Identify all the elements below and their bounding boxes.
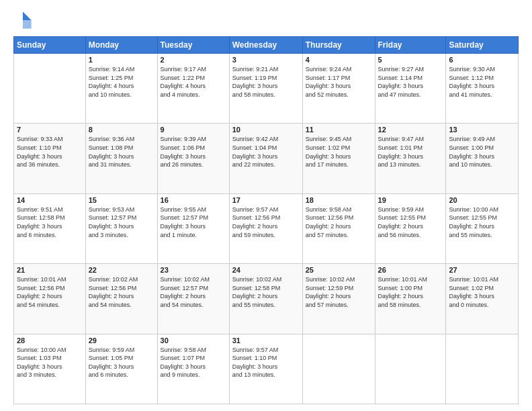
day-cell: 18Sunrise: 9:58 AM Sunset: 12:56 PM Dayl…: [302, 193, 375, 263]
header-day-friday: Friday: [375, 37, 446, 54]
day-info: Sunrise: 9:27 AM Sunset: 1:14 PM Dayligh…: [378, 65, 443, 99]
day-info: Sunrise: 9:59 AM Sunset: 1:05 PM Dayligh…: [89, 346, 154, 379]
header-day-monday: Monday: [85, 37, 157, 54]
day-cell: 20Sunrise: 10:00 AM Sunset: 12:55 PM Day…: [446, 193, 519, 263]
day-info: Sunrise: 10:02 AM Sunset: 12:56 PM Dayli…: [89, 275, 154, 309]
day-cell: 2Sunrise: 9:17 AM Sunset: 1:22 PM Daylig…: [157, 54, 229, 124]
day-number: 22: [89, 266, 154, 274]
day-number: 13: [449, 126, 515, 134]
day-cell: 8Sunrise: 9:36 AM Sunset: 1:08 PM Daylig…: [85, 124, 157, 193]
day-number: 16: [161, 196, 226, 204]
day-cell: 14Sunrise: 9:51 AM Sunset: 12:58 PM Dayl…: [14, 193, 86, 263]
day-cell: 4Sunrise: 9:24 AM Sunset: 1:17 PM Daylig…: [302, 54, 375, 124]
day-number: 1: [89, 56, 154, 64]
day-cell: 23Sunrise: 10:02 AM Sunset: 12:57 PM Day…: [157, 264, 229, 334]
day-info: Sunrise: 9:59 AM Sunset: 12:55 PM Daylig…: [378, 205, 443, 239]
day-cell: 16Sunrise: 9:55 AM Sunset: 12:57 PM Dayl…: [157, 193, 229, 263]
day-number: 26: [378, 266, 443, 274]
day-number: 31: [232, 336, 300, 345]
day-number: 5: [378, 56, 443, 64]
day-cell: 15Sunrise: 9:53 AM Sunset: 12:57 PM Dayl…: [85, 193, 157, 263]
day-info: Sunrise: 9:14 AM Sunset: 1:25 PM Dayligh…: [89, 65, 154, 99]
calendar-header: SundayMondayTuesdayWednesdayThursdayFrid…: [14, 37, 519, 54]
header-day-sunday: Sunday: [14, 37, 86, 54]
day-cell: 6Sunrise: 9:30 AM Sunset: 1:12 PM Daylig…: [446, 54, 519, 124]
day-number: 7: [17, 126, 83, 134]
day-cell: 12Sunrise: 9:47 AM Sunset: 1:01 PM Dayli…: [375, 124, 446, 193]
day-number: 28: [17, 336, 83, 345]
day-info: Sunrise: 10:01 AM Sunset: 1:02 PM Daylig…: [449, 275, 515, 309]
day-number: 4: [306, 56, 372, 64]
day-cell: 21Sunrise: 10:01 AM Sunset: 12:56 PM Day…: [14, 264, 86, 334]
day-number: 10: [232, 126, 300, 134]
day-cell: 13Sunrise: 9:49 AM Sunset: 1:00 PM Dayli…: [446, 124, 519, 193]
day-cell: 27Sunrise: 10:01 AM Sunset: 1:02 PM Dayl…: [446, 264, 519, 334]
day-info: Sunrise: 9:57 AM Sunset: 12:56 PM Daylig…: [232, 205, 300, 239]
day-number: 9: [161, 126, 226, 134]
day-cell: 19Sunrise: 9:59 AM Sunset: 12:55 PM Dayl…: [375, 193, 446, 263]
day-info: Sunrise: 9:47 AM Sunset: 1:01 PM Dayligh…: [378, 135, 443, 169]
day-number: 15: [89, 196, 154, 204]
day-number: 20: [449, 196, 515, 204]
header-day-wednesday: Wednesday: [229, 37, 302, 54]
day-info: Sunrise: 10:02 AM Sunset: 12:57 PM Dayli…: [161, 275, 226, 309]
day-cell: 10Sunrise: 9:42 AM Sunset: 1:04 PM Dayli…: [229, 124, 302, 193]
day-info: Sunrise: 9:17 AM Sunset: 1:22 PM Dayligh…: [161, 65, 226, 99]
day-info: Sunrise: 10:02 AM Sunset: 12:58 PM Dayli…: [232, 275, 300, 309]
day-cell: 31Sunrise: 9:57 AM Sunset: 1:10 PM Dayli…: [229, 334, 302, 404]
week-row-5: 28Sunrise: 10:00 AM Sunset: 1:03 PM Dayl…: [14, 334, 519, 404]
header-day-tuesday: Tuesday: [157, 37, 229, 54]
day-cell: [14, 54, 86, 124]
day-number: 25: [306, 266, 372, 274]
day-info: Sunrise: 9:51 AM Sunset: 12:58 PM Daylig…: [17, 205, 83, 239]
day-info: Sunrise: 9:58 AM Sunset: 12:56 PM Daylig…: [306, 205, 372, 239]
day-number: 3: [232, 56, 300, 64]
svg-marker-1: [23, 20, 32, 29]
logo-icon: [13, 11, 32, 30]
week-row-2: 7Sunrise: 9:33 AM Sunset: 1:10 PM Daylig…: [14, 124, 519, 193]
page: SundayMondayTuesdayWednesdayThursdayFrid…: [0, 0, 532, 411]
week-row-1: 1Sunrise: 9:14 AM Sunset: 1:25 PM Daylig…: [14, 54, 519, 124]
day-cell: 5Sunrise: 9:27 AM Sunset: 1:14 PM Daylig…: [375, 54, 446, 124]
calendar-body: 1Sunrise: 9:14 AM Sunset: 1:25 PM Daylig…: [14, 54, 519, 404]
day-cell: [446, 334, 519, 404]
day-info: Sunrise: 9:45 AM Sunset: 1:02 PM Dayligh…: [306, 135, 372, 169]
day-number: 18: [306, 196, 372, 204]
day-number: 21: [17, 266, 83, 274]
day-number: 27: [449, 266, 515, 274]
header-day-saturday: Saturday: [446, 37, 519, 54]
day-cell: 25Sunrise: 10:02 AM Sunset: 12:59 PM Day…: [302, 264, 375, 334]
day-info: Sunrise: 9:57 AM Sunset: 1:10 PM Dayligh…: [232, 346, 300, 379]
day-info: Sunrise: 10:01 AM Sunset: 12:56 PM Dayli…: [17, 275, 83, 309]
day-info: Sunrise: 9:53 AM Sunset: 12:57 PM Daylig…: [89, 205, 154, 239]
week-row-3: 14Sunrise: 9:51 AM Sunset: 12:58 PM Dayl…: [14, 193, 519, 263]
header-day-thursday: Thursday: [302, 37, 375, 54]
header: [13, 11, 519, 30]
day-info: Sunrise: 9:42 AM Sunset: 1:04 PM Dayligh…: [232, 135, 300, 169]
day-info: Sunrise: 10:01 AM Sunset: 1:00 PM Daylig…: [378, 275, 443, 309]
day-cell: 24Sunrise: 10:02 AM Sunset: 12:58 PM Day…: [229, 264, 302, 334]
week-row-4: 21Sunrise: 10:01 AM Sunset: 12:56 PM Day…: [14, 264, 519, 334]
day-number: 2: [161, 56, 226, 64]
calendar-table: SundayMondayTuesdayWednesdayThursdayFrid…: [13, 36, 519, 404]
day-info: Sunrise: 9:58 AM Sunset: 1:07 PM Dayligh…: [161, 346, 226, 379]
day-cell: 30Sunrise: 9:58 AM Sunset: 1:07 PM Dayli…: [157, 334, 229, 404]
logo: [13, 11, 35, 30]
day-cell: 3Sunrise: 9:21 AM Sunset: 1:19 PM Daylig…: [229, 54, 302, 124]
day-number: 29: [89, 336, 154, 345]
day-number: 19: [378, 196, 443, 204]
day-cell: 28Sunrise: 10:00 AM Sunset: 1:03 PM Dayl…: [14, 334, 86, 404]
day-number: 17: [232, 196, 300, 204]
day-number: 12: [378, 126, 443, 134]
day-cell: 29Sunrise: 9:59 AM Sunset: 1:05 PM Dayli…: [85, 334, 157, 404]
day-cell: 11Sunrise: 9:45 AM Sunset: 1:02 PM Dayli…: [302, 124, 375, 193]
day-cell: 7Sunrise: 9:33 AM Sunset: 1:10 PM Daylig…: [14, 124, 86, 193]
day-info: Sunrise: 10:00 AM Sunset: 1:03 PM Daylig…: [17, 346, 83, 379]
header-row: SundayMondayTuesdayWednesdayThursdayFrid…: [14, 37, 519, 54]
day-number: 23: [161, 266, 226, 274]
day-number: 14: [17, 196, 83, 204]
day-info: Sunrise: 9:36 AM Sunset: 1:08 PM Dayligh…: [89, 135, 154, 169]
day-info: Sunrise: 9:33 AM Sunset: 1:10 PM Dayligh…: [17, 135, 83, 169]
day-number: 8: [89, 126, 154, 134]
day-info: Sunrise: 10:02 AM Sunset: 12:59 PM Dayli…: [306, 275, 372, 309]
